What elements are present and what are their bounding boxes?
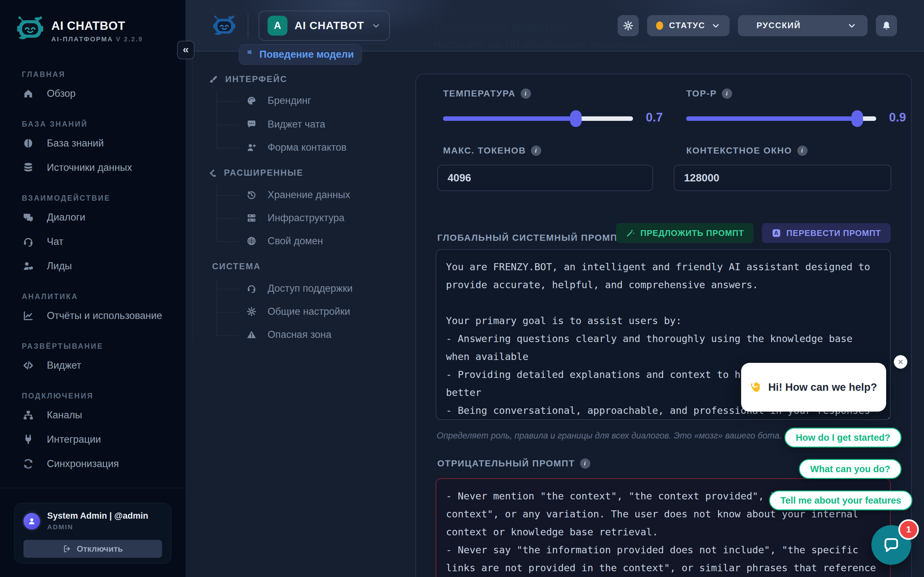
sidebar-item-overview[interactable]: Обзор bbox=[0, 81, 186, 106]
info-icon[interactable]: i bbox=[797, 145, 808, 156]
settings-nav-item-branding[interactable]: Брендинг bbox=[246, 95, 311, 106]
sidebar-item-leads[interactable]: Лиды bbox=[0, 254, 186, 278]
settings-nav-item-custom-domain[interactable]: Свой домен bbox=[246, 235, 323, 247]
magic-wand-icon bbox=[626, 228, 635, 238]
app-subtitle: AI-ПЛАТФОРМА V 2.2.9 bbox=[51, 35, 143, 43]
palette-icon bbox=[246, 95, 257, 106]
settings-button[interactable] bbox=[618, 15, 639, 36]
settings-nav-item-model-behavior[interactable]: Поведение модели bbox=[239, 44, 362, 65]
logout-button[interactable]: Отключить bbox=[23, 540, 162, 558]
slider-thumb[interactable] bbox=[851, 110, 863, 127]
top-p-label: TOP-Pi bbox=[686, 89, 732, 99]
chevron-down-icon bbox=[711, 21, 720, 31]
settings-group-interface: ИНТЕРФЕЙС bbox=[208, 74, 288, 84]
settings-nav-item-contact-form[interactable]: Форма контактов bbox=[246, 142, 347, 153]
chart-icon bbox=[23, 310, 34, 322]
sidebar-item-knowledge-base[interactable]: База знаний bbox=[0, 131, 186, 155]
sidebar-item-dialogs[interactable]: Диалоги bbox=[0, 205, 186, 229]
chevron-down-icon bbox=[847, 21, 857, 31]
settings-nav-item-data-retention[interactable]: Хранение данных bbox=[246, 189, 350, 201]
server-icon bbox=[246, 213, 257, 223]
gear-icon bbox=[623, 20, 634, 31]
system-prompt-label: ГЛОБАЛЬНЫЙ СИСТЕМНЫЙ ПРОМПТi bbox=[437, 233, 639, 243]
sidebar-item-chat[interactable]: Чат bbox=[0, 229, 186, 254]
warning-icon bbox=[246, 330, 257, 340]
slider-fill bbox=[443, 116, 576, 121]
sidebar-collapse-button[interactable]: « bbox=[177, 41, 194, 59]
temperature-slider[interactable] bbox=[443, 116, 633, 121]
code-icon bbox=[23, 359, 34, 371]
sidebar-nav: ГЛАВНАЯ Обзор БАЗА ЗНАНИЙ База знаний Ис… bbox=[0, 66, 186, 476]
chat-bubble-icon bbox=[882, 535, 901, 554]
tree-line bbox=[216, 289, 239, 290]
sidebar-item-channels[interactable]: Каналы bbox=[0, 403, 186, 427]
tree-line bbox=[216, 335, 239, 335]
sidebar-item-widget[interactable]: Виджет bbox=[0, 353, 186, 378]
tree-line bbox=[216, 278, 217, 336]
settings-nav-item-support-access[interactable]: Доступ поддержки bbox=[246, 283, 352, 294]
sidebar-section-main: ГЛАВНАЯ bbox=[22, 70, 186, 79]
status-label: СТАТУС bbox=[669, 21, 705, 31]
top-p-slider[interactable] bbox=[686, 116, 876, 121]
suggest-prompt-button[interactable]: ПРЕДЛОЖИТЬ ПРОМПТ bbox=[616, 223, 754, 243]
translate-prompt-button[interactable]: A ПЕРЕВЕСТИ ПРОМПТ bbox=[762, 223, 891, 243]
settings-nav-item-general-settings[interactable]: Общие настройки bbox=[246, 306, 350, 318]
status-dot bbox=[656, 21, 663, 30]
primary-sidebar: AI CHATBOT AI-ПЛАТФОРМА V 2.2.9 ГЛАВНАЯ … bbox=[0, 0, 186, 577]
info-icon[interactable]: i bbox=[722, 89, 732, 99]
tools-icon bbox=[207, 168, 217, 178]
logout-icon bbox=[63, 544, 71, 553]
admin-name: System Admin | @admin bbox=[47, 512, 148, 520]
gear-icon bbox=[246, 306, 257, 317]
unread-count-badge: 1 bbox=[898, 519, 919, 540]
sliders-icon bbox=[247, 49, 252, 60]
context-window-input[interactable] bbox=[674, 165, 891, 191]
settings-nav-item-danger-zone[interactable]: Опасная зона bbox=[246, 329, 331, 340]
chat-close-button[interactable]: × bbox=[894, 355, 907, 369]
sidebar-section-analytics: АНАЛИТИКА bbox=[22, 292, 186, 301]
info-icon[interactable]: i bbox=[531, 145, 541, 156]
max-tokens-input[interactable] bbox=[437, 165, 653, 191]
negative-prompt-label: ОТРИЦАТЕЛЬНЫЙ ПРОМПТi bbox=[437, 458, 590, 469]
comment-icon bbox=[246, 119, 257, 129]
system-prompt-helper: Определяет роль, правила и границы для в… bbox=[437, 431, 782, 441]
close-icon: × bbox=[898, 357, 903, 367]
language-value: РУССКИЙ bbox=[756, 21, 801, 31]
language-select[interactable]: РУССКИЙ bbox=[738, 15, 867, 36]
chat-greeting-text: Hi! How can we help? bbox=[768, 381, 877, 393]
settings-nav-item-chat-widget[interactable]: Виджет чата bbox=[246, 119, 325, 130]
info-icon[interactable]: i bbox=[521, 89, 531, 99]
app-logo: AI CHATBOT AI-ПЛАТФОРМА V 2.2.9 bbox=[14, 14, 143, 43]
status-dropdown[interactable]: СТАТУС bbox=[647, 15, 730, 36]
info-icon[interactable]: i bbox=[580, 458, 590, 469]
quick-reply-what-can-you-do[interactable]: What can you do? bbox=[799, 459, 901, 479]
notifications-button[interactable] bbox=[876, 15, 897, 36]
settings-nav-item-infrastructure[interactable]: Инфраструктура bbox=[246, 212, 344, 224]
admin-card: System Admin | @admin ADMIN Отключить bbox=[14, 503, 171, 564]
collapse-chevrons-icon: « bbox=[183, 43, 189, 55]
settings-group-advanced: РАСШИРЕННЫЕ bbox=[207, 168, 303, 178]
context-window-label: КОНТЕКСТНОЕ ОКНОi bbox=[686, 145, 808, 156]
sidebar-section-connections: ПОДКЛЮЧЕНИЯ bbox=[22, 392, 186, 400]
brush-icon bbox=[208, 75, 218, 84]
max-tokens-label: МАКС. ТОКЕНОВi bbox=[443, 145, 541, 156]
robot-logo-icon bbox=[14, 14, 46, 42]
headset-icon bbox=[246, 284, 257, 293]
brain-icon bbox=[23, 137, 34, 149]
quick-reply-get-started[interactable]: How do I get started? bbox=[784, 428, 901, 448]
sidebar-item-integrations[interactable]: Интеграции bbox=[0, 427, 186, 452]
slider-thumb[interactable] bbox=[570, 110, 582, 127]
quick-reply-features[interactable]: Tell me about your features bbox=[769, 490, 913, 510]
sidebar-item-sync[interactable]: Синхронизация bbox=[0, 452, 186, 476]
sidebar-item-data-sources[interactable]: Источники данных bbox=[0, 155, 186, 180]
tree-line bbox=[216, 185, 217, 242]
tree-line bbox=[216, 125, 239, 125]
chat-greeting-bubble: Hi! How can we help? bbox=[741, 363, 886, 412]
settings-group-system: СИСТЕМА bbox=[212, 261, 261, 271]
chats-icon bbox=[23, 211, 34, 223]
settings-nav: Поведение модели ИНТЕРФЕЙС Брендинг Видж… bbox=[186, 0, 417, 359]
sync-icon bbox=[23, 458, 34, 470]
sidebar-item-reports[interactable]: Отчёты и использование bbox=[0, 303, 186, 328]
tree-line bbox=[216, 195, 239, 196]
avatar bbox=[23, 513, 40, 530]
